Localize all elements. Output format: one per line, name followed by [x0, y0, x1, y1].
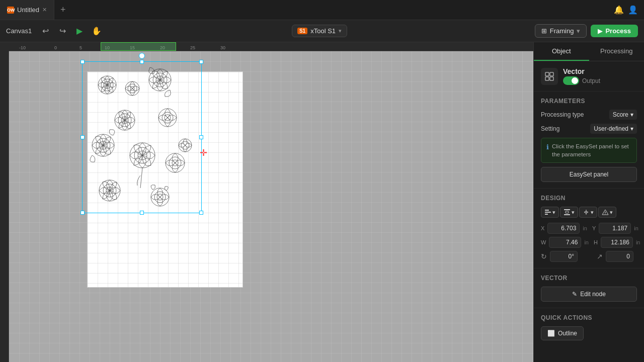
- output-toggle[interactable]: [563, 76, 579, 85]
- quick-actions-section: Quick actions ⬜ Outline: [534, 308, 644, 346]
- machine-name: xTool S1: [310, 27, 336, 35]
- warning-button[interactable]: ▾: [598, 207, 616, 218]
- close-icon[interactable]: ✕: [42, 7, 47, 13]
- setting-chevron-icon: ▾: [630, 125, 633, 132]
- distribute-button[interactable]: ▾: [560, 207, 578, 218]
- svg-rect-41: [566, 211, 569, 213]
- vector-title: Vector: [563, 67, 600, 75]
- add-tab-button[interactable]: +: [54, 0, 72, 20]
- ruler-corner: [0, 42, 9, 51]
- tab-processing[interactable]: Processing: [589, 42, 645, 61]
- info-box: ℹ Click the EasySet panel to set the par…: [541, 138, 637, 163]
- svg-rect-34: [545, 77, 549, 80]
- canvas-label: Canvas1: [6, 27, 32, 35]
- machine-selector[interactable]: S1 xTool S1 ▾: [292, 25, 347, 37]
- setting-row: Setting User-defined ▾: [541, 124, 637, 134]
- topbar: OW Untitled ✕ + 🔔 👤: [0, 0, 644, 20]
- canvas-background[interactable]: ✛: [9, 51, 533, 362]
- flip-icon: [583, 209, 590, 216]
- design-tools: ▾ ▾ ▾: [541, 207, 637, 218]
- outline-button[interactable]: ⬜ Outline: [541, 326, 584, 340]
- right-panel: Object Processing Vector: [533, 42, 644, 362]
- roses-image: [82, 62, 202, 212]
- main-area: -10 0 5 10 15 20 25 30: [0, 42, 644, 362]
- svg-rect-38: [545, 214, 548, 215]
- tab-title: Untitled: [17, 6, 39, 14]
- svg-rect-39: [564, 209, 570, 210]
- undo-button[interactable]: ↩: [38, 24, 53, 39]
- setting-value: User-defined: [594, 125, 628, 132]
- flip-chevron-icon: ▾: [591, 209, 594, 216]
- processing-type-dropdown[interactable]: Score ▾: [609, 110, 637, 120]
- framing-icon: ⊞: [541, 27, 547, 35]
- ruler-mark: 25: [190, 45, 195, 50]
- hand-tool-button[interactable]: ✋: [89, 24, 104, 39]
- ruler-mark: 0: [54, 45, 57, 50]
- ruler-mark: 5: [79, 45, 82, 50]
- ruler-vertical: [0, 42, 9, 362]
- process-button[interactable]: ▶ Process: [591, 25, 638, 37]
- vector-section-2: Vector ✎ Edit node: [534, 268, 644, 308]
- framing-label: Framing: [550, 27, 574, 35]
- toolbar: Canvas1 ↩ ↪ ▶ ✋ S1 xTool S1 ▾ ⊞ Framing …: [0, 20, 644, 42]
- info-icon: ℹ: [546, 143, 549, 158]
- position-fields: X in Y in W in H in 🔒 ↻: [541, 223, 637, 262]
- easyset-button[interactable]: EasySet panel: [541, 167, 637, 182]
- h-input[interactable]: [601, 237, 633, 248]
- setting-dropdown[interactable]: User-defined ▾: [590, 124, 637, 134]
- x-input[interactable]: [547, 223, 580, 234]
- x-unit: in: [583, 225, 587, 231]
- tab-object[interactable]: Object: [534, 42, 589, 61]
- ruler-mark: -10: [19, 45, 26, 50]
- warning-chevron-icon: ▾: [610, 209, 613, 216]
- warning-icon: [602, 209, 609, 216]
- svg-rect-36: [545, 210, 549, 211]
- vector-svg-icon: [544, 71, 554, 81]
- y-unit: in: [634, 225, 638, 231]
- output-row: Output: [563, 76, 600, 85]
- edit-node-icon: ✎: [572, 291, 577, 298]
- process-label: Process: [605, 27, 631, 35]
- topbar-right: 🔔 👤: [614, 5, 644, 15]
- rotate-input[interactable]: [550, 251, 578, 262]
- user-icon[interactable]: 👤: [628, 5, 638, 15]
- outline-label: Outline: [558, 330, 577, 337]
- toolbar-center: S1 xTool S1 ▾: [106, 25, 532, 37]
- bell-icon[interactable]: 🔔: [614, 5, 624, 15]
- edit-node-button[interactable]: ✎ Edit node: [541, 287, 637, 302]
- edit-node-label: Edit node: [580, 291, 606, 298]
- distribute-icon: [564, 209, 571, 216]
- canvas-container[interactable]: -10 0 5 10 15 20 25 30: [0, 42, 533, 362]
- framing-range-indicator: [101, 42, 176, 51]
- flip-button[interactable]: ▾: [579, 207, 597, 218]
- svg-rect-32: [545, 72, 549, 76]
- align-icon: [544, 209, 551, 216]
- vector-header: Vector Output: [541, 67, 637, 85]
- processing-type-label: Processing type: [541, 111, 584, 118]
- align-chevron-icon: ▾: [552, 209, 555, 216]
- quick-actions-title: Quick actions: [541, 314, 637, 321]
- panel-tabs: Object Processing: [534, 42, 644, 61]
- rotate-handle[interactable]: [139, 53, 145, 59]
- svg-point-43: [605, 214, 605, 214]
- redo-button[interactable]: ↪: [55, 24, 70, 39]
- y-input[interactable]: [599, 223, 631, 234]
- machine-chevron-icon: ▾: [339, 28, 342, 34]
- machine-badge: S1: [297, 28, 307, 34]
- processing-type-chevron-icon: ▾: [630, 111, 633, 118]
- rotate-row: ↻ ↗: [541, 251, 637, 262]
- vector-icon: [541, 68, 558, 85]
- w-input[interactable]: [549, 237, 581, 248]
- tab-untitled[interactable]: OW Untitled ✕: [0, 0, 54, 20]
- tab-area: OW Untitled ✕ +: [0, 0, 72, 20]
- skew-label: ↗: [597, 252, 603, 260]
- svg-rect-35: [550, 77, 553, 80]
- framing-button[interactable]: ⊞ Framing ▾: [535, 24, 587, 38]
- processing-type-row: Processing type Score ▾: [541, 110, 637, 120]
- svg-rect-33: [550, 72, 553, 76]
- skew-input[interactable]: [606, 251, 633, 262]
- canvas-scroll-area[interactable]: ✛: [9, 51, 533, 362]
- h-unit: in: [636, 239, 640, 245]
- play-button[interactable]: ▶: [72, 24, 87, 39]
- align-left-button[interactable]: ▾: [541, 207, 559, 218]
